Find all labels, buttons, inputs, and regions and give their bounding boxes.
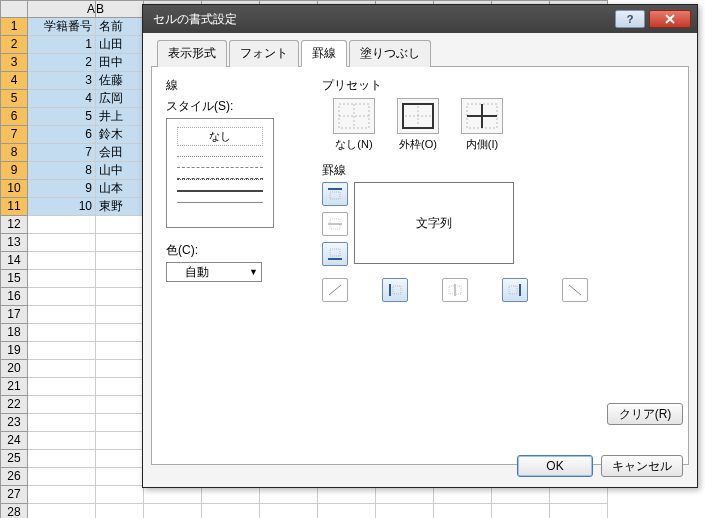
cell[interactable] xyxy=(260,486,318,504)
style-none[interactable]: なし xyxy=(177,127,263,146)
cell[interactable] xyxy=(96,504,144,518)
cancel-button[interactable]: キャンセル xyxy=(601,455,683,477)
row-header[interactable]: 17 xyxy=(0,306,28,324)
row-header[interactable]: 27 xyxy=(0,486,28,504)
clear-button[interactable]: クリア(R) xyxy=(607,403,683,425)
tab-fill[interactable]: 塗りつぶし xyxy=(349,40,431,67)
cell[interactable]: 井上 xyxy=(96,108,144,126)
ok-button[interactable]: OK xyxy=(517,455,593,477)
cell[interactable] xyxy=(96,396,144,414)
cell[interactable]: 田中 xyxy=(96,54,144,72)
row-header[interactable]: 8 xyxy=(0,144,28,162)
row-header[interactable]: 6 xyxy=(0,108,28,126)
preset-none[interactable]: なし(N) xyxy=(328,98,380,152)
tab-font[interactable]: フォント xyxy=(229,40,299,67)
row-header[interactable]: 19 xyxy=(0,342,28,360)
cell[interactable] xyxy=(96,306,144,324)
cell[interactable] xyxy=(318,486,376,504)
row-header[interactable]: 25 xyxy=(0,450,28,468)
close-button[interactable] xyxy=(649,10,691,28)
cell[interactable] xyxy=(28,486,96,504)
row-header[interactable]: 5 xyxy=(0,90,28,108)
border-hmid-button[interactable] xyxy=(322,212,348,236)
tab-format[interactable]: 表示形式 xyxy=(157,40,227,67)
cell[interactable]: 学籍番号 xyxy=(28,18,96,36)
cell[interactable]: 2 xyxy=(28,54,96,72)
cell[interactable] xyxy=(96,432,144,450)
cell[interactable] xyxy=(28,450,96,468)
row-header[interactable]: 1 xyxy=(0,18,28,36)
border-diag-up-button[interactable] xyxy=(322,278,348,302)
cell[interactable] xyxy=(96,360,144,378)
cell[interactable] xyxy=(202,486,260,504)
cell[interactable]: 山中 xyxy=(96,162,144,180)
cell[interactable] xyxy=(96,468,144,486)
cell[interactable] xyxy=(28,378,96,396)
row-header[interactable]: 15 xyxy=(0,270,28,288)
cell[interactable] xyxy=(96,342,144,360)
cell[interactable] xyxy=(550,504,608,518)
row-header[interactable]: 23 xyxy=(0,414,28,432)
row-header[interactable]: 3 xyxy=(0,54,28,72)
row-header[interactable]: 2 xyxy=(0,36,28,54)
style-dotted[interactable] xyxy=(177,156,263,157)
cell[interactable] xyxy=(96,234,144,252)
line-style-list[interactable]: なし xyxy=(166,118,274,228)
cell[interactable] xyxy=(492,504,550,518)
border-diag-down-button[interactable] xyxy=(562,278,588,302)
cell[interactable] xyxy=(376,504,434,518)
cell[interactable] xyxy=(318,504,376,518)
cell[interactable]: 3 xyxy=(28,72,96,90)
border-bottom-button[interactable] xyxy=(322,242,348,266)
cell[interactable]: 会田 xyxy=(96,144,144,162)
cell[interactable]: 8 xyxy=(28,162,96,180)
cell[interactable] xyxy=(28,270,96,288)
col-header-a[interactable]: A xyxy=(28,0,96,18)
cell[interactable]: 鈴木 xyxy=(96,126,144,144)
row-header[interactable]: 18 xyxy=(0,324,28,342)
row-header[interactable]: 24 xyxy=(0,432,28,450)
border-right-button[interactable] xyxy=(502,278,528,302)
row-header[interactable]: 20 xyxy=(0,360,28,378)
cell[interactable] xyxy=(28,432,96,450)
cell[interactable]: 10 xyxy=(28,198,96,216)
cell[interactable]: 山田 xyxy=(96,36,144,54)
row-header[interactable]: 12 xyxy=(0,216,28,234)
tab-border[interactable]: 罫線 xyxy=(301,40,347,67)
border-vmid-button[interactable] xyxy=(442,278,468,302)
row-header[interactable]: 7 xyxy=(0,126,28,144)
cell[interactable] xyxy=(28,306,96,324)
row-header[interactable]: 4 xyxy=(0,72,28,90)
row-header[interactable]: 11 xyxy=(0,198,28,216)
cell[interactable] xyxy=(144,504,202,518)
cell[interactable] xyxy=(96,252,144,270)
preset-outline[interactable]: 外枠(O) xyxy=(392,98,444,152)
row-header[interactable]: 13 xyxy=(0,234,28,252)
col-header-b[interactable]: B xyxy=(96,0,144,18)
row-header[interactable]: 21 xyxy=(0,378,28,396)
style-thin[interactable] xyxy=(177,202,263,203)
cell[interactable] xyxy=(96,486,144,504)
cell[interactable]: 名前 xyxy=(96,18,144,36)
cell[interactable] xyxy=(434,504,492,518)
cell[interactable]: 1 xyxy=(28,36,96,54)
help-button[interactable]: ? xyxy=(615,10,645,28)
style-thick[interactable] xyxy=(177,190,263,192)
row-header[interactable]: 10 xyxy=(0,180,28,198)
cell[interactable] xyxy=(28,342,96,360)
cell[interactable] xyxy=(96,324,144,342)
row-header[interactable]: 16 xyxy=(0,288,28,306)
cell[interactable]: 7 xyxy=(28,144,96,162)
row-header[interactable]: 9 xyxy=(0,162,28,180)
color-dropdown[interactable]: 自動 xyxy=(166,262,262,282)
cell[interactable] xyxy=(28,324,96,342)
style-dashed[interactable] xyxy=(177,167,263,168)
cell[interactable]: 4 xyxy=(28,90,96,108)
cell[interactable] xyxy=(28,252,96,270)
cell[interactable] xyxy=(28,234,96,252)
cell[interactable] xyxy=(144,486,202,504)
cell[interactable]: 5 xyxy=(28,108,96,126)
cell[interactable] xyxy=(434,486,492,504)
cell[interactable]: 広岡 xyxy=(96,90,144,108)
cell[interactable] xyxy=(550,486,608,504)
